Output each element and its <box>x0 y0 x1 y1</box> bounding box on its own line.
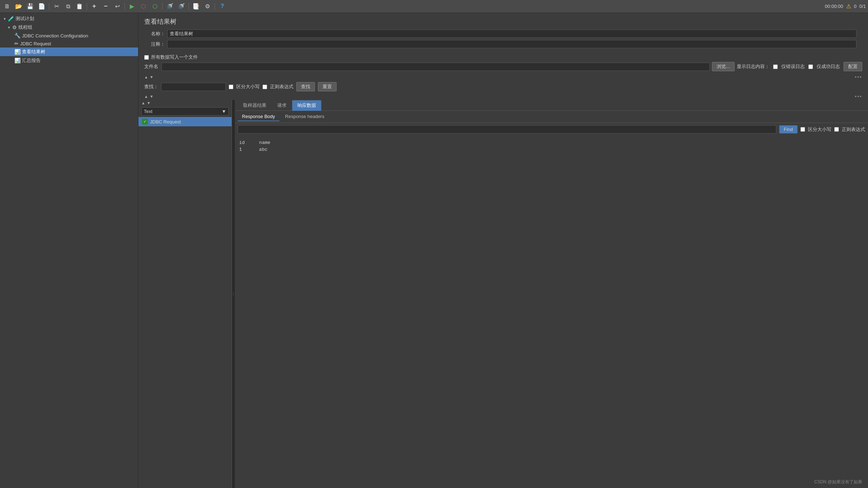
down-arrow-2[interactable]: ▼ <box>150 94 154 99</box>
regex-checkbox[interactable] <box>262 85 267 89</box>
up-arrow-1[interactable]: ▲ <box>144 75 148 79</box>
sub-tab-response-headers[interactable]: Response headers <box>281 112 329 121</box>
find-button[interactable]: 查找 <box>296 82 315 91</box>
broom-icon[interactable]: 🚿 <box>165 1 175 12</box>
regex-label: 正则表达式 <box>270 83 293 90</box>
cell-name: abc <box>259 146 285 153</box>
saveas-icon[interactable]: 📄 <box>37 1 47 12</box>
settings2-icon[interactable]: ⚙ <box>202 1 213 12</box>
save-icon[interactable]: 💾 <box>25 1 35 12</box>
run-icon[interactable]: ▶ <box>127 1 137 12</box>
tab-request[interactable]: 请求 <box>272 100 292 111</box>
name-input[interactable] <box>167 30 856 38</box>
help-icon[interactable]: ？ <box>217 1 227 12</box>
sidebar-label-jdbc-connection: JDBC Connection Configuration <box>22 33 88 39</box>
sidebar-item-summary-report[interactable]: 📊 汇总报告 <box>0 56 138 65</box>
sidebar-label-jdbc-request: JDBC Request <box>20 41 51 46</box>
all-files-row: 所有数据写入一个文件 <box>138 53 868 62</box>
name-section: 名称： 注释： <box>144 30 862 48</box>
file-name-input[interactable] <box>161 63 710 71</box>
right-regex-checkbox[interactable] <box>834 127 839 132</box>
result-item-label: JDBC Request <box>150 119 181 125</box>
table-header-row: id name <box>239 139 285 146</box>
view-results-icon: 📊 <box>14 49 20 55</box>
main-tabs-bar: 取样器结果 请求 响应数据 <box>235 100 868 111</box>
comment-row: 注释： <box>150 40 856 48</box>
new-icon[interactable]: 🗎 <box>2 1 12 12</box>
search-label: 查找： <box>144 83 158 90</box>
tab-response-data[interactable]: 响应数据 <box>292 100 321 111</box>
undo-icon[interactable]: ↩ <box>112 1 122 12</box>
only-error-log-checkbox[interactable] <box>773 64 778 69</box>
test-plan-icon: 🧪 <box>8 16 14 22</box>
timer-display: 00:00:00 <box>825 4 843 9</box>
down-arrow-1[interactable]: ▼ <box>150 75 154 79</box>
sidebar-label-summary-report: 汇总报告 <box>22 57 41 64</box>
divider-bar-2: ▲ ▼ ••• <box>138 93 868 100</box>
result-item-jdbc[interactable]: ✓ JDBC Request <box>138 117 232 126</box>
arrow-test-plan: ▼ <box>3 17 6 21</box>
display-log-label: 显示日志内容： <box>737 63 769 70</box>
reset-button[interactable]: 重置 <box>318 82 337 91</box>
right-find-button[interactable]: Find <box>779 125 798 134</box>
text-dropdown[interactable]: Text ▼ <box>141 107 229 116</box>
error-ratio: 0/1 <box>859 4 866 9</box>
footer-watermark: CSDN @如果没有了如果 <box>814 479 862 485</box>
case-sensitive-label: 区分大小写 <box>236 83 260 90</box>
warning-icon: ⚠ <box>846 3 851 10</box>
paste-icon[interactable]: 📋 <box>74 1 84 12</box>
sidebar-item-jdbc-connection[interactable]: 🔧 JDBC Connection Configuration <box>0 32 138 40</box>
broom2-icon[interactable]: 🚿 <box>176 1 186 12</box>
case-sensitive-checkbox[interactable] <box>229 85 233 89</box>
sidebar-item-view-results[interactable]: 📊 查看结果树 <box>0 48 138 56</box>
search-input[interactable] <box>161 83 226 91</box>
name-row: 名称： <box>150 30 856 38</box>
pane-up-arrow[interactable]: ▲ <box>141 101 145 105</box>
all-files-checkbox[interactable] <box>144 55 149 60</box>
right-find-input[interactable] <box>238 125 776 134</box>
file-name-row: 文件名 浏览... 显示日志内容： 仅错误日志 仅成功日志 配置 <box>138 62 868 71</box>
vertical-drag-handle[interactable]: ⋮ <box>232 100 235 488</box>
dots-2: ••• <box>855 94 862 99</box>
browse-button[interactable]: 浏览... <box>712 62 735 71</box>
cut-icon[interactable]: ✂ <box>51 1 61 12</box>
sub-tabs-bar: Response Body Response headers <box>235 111 868 123</box>
footer-text: CSDN @如果没有了如果 <box>814 479 862 484</box>
right-regex-label: 正则表达式 <box>842 126 865 133</box>
right-case-sensitive-checkbox[interactable] <box>800 127 805 132</box>
header-id: id <box>239 139 259 146</box>
remote-run-icon[interactable]: ⬡ <box>150 1 160 12</box>
sidebar-label-test-plan: 测试计划 <box>15 15 34 22</box>
minus-icon[interactable]: − <box>101 1 111 12</box>
stop-icon[interactable]: ⬡ <box>138 1 149 12</box>
sep3 <box>124 3 125 10</box>
page-title: 查看结果树 <box>144 17 862 26</box>
sub-tab-response-body[interactable]: Response Body <box>238 112 279 121</box>
tab-sampler-results[interactable]: 取样器结果 <box>238 100 272 111</box>
sep4 <box>162 3 163 10</box>
right-find-bar: Find 区分大小写 正则表达式 <box>235 123 868 136</box>
divider-bar-1: ▲ ▼ ••• <box>138 73 868 81</box>
file-name-label: 文件名 <box>144 63 159 70</box>
sidebar: ▼ 🧪 测试计划 ▼ ⚙ 线程组 🔧 JDBC Connection Confi… <box>0 13 138 488</box>
template-icon[interactable]: 📑 <box>191 1 201 12</box>
content-header: 查看结果树 名称： 注释： <box>138 13 868 53</box>
copy-icon[interactable]: ⧉ <box>63 1 73 12</box>
only-success-log-checkbox[interactable] <box>808 64 813 69</box>
sidebar-item-jdbc-request[interactable]: ✏ JDBC Request <box>0 40 138 48</box>
dropdown-value: Text <box>144 109 152 114</box>
jdbc-connection-icon: 🔧 <box>14 33 20 39</box>
config-button[interactable]: 配置 <box>844 62 862 71</box>
only-error-log-label: 仅错误日志 <box>781 63 805 70</box>
comment-input[interactable] <box>167 40 856 48</box>
summary-report-icon: 📊 <box>14 58 20 63</box>
sidebar-item-test-plan[interactable]: ▼ 🧪 测试计划 <box>0 14 138 23</box>
pane-down-arrow[interactable]: ▼ <box>147 101 151 105</box>
plus-icon[interactable]: + <box>89 1 99 12</box>
all-files-label: 所有数据写入一个文件 <box>151 54 198 60</box>
up-arrow-2[interactable]: ▲ <box>144 94 148 99</box>
open-icon[interactable]: 📂 <box>14 1 24 12</box>
right-pane: 取样器结果 请求 响应数据 Response Body Response <box>235 100 868 488</box>
response-body-area: id name 1 abc <box>235 136 868 488</box>
sidebar-item-thread-group[interactable]: ▼ ⚙ 线程组 <box>0 23 138 32</box>
